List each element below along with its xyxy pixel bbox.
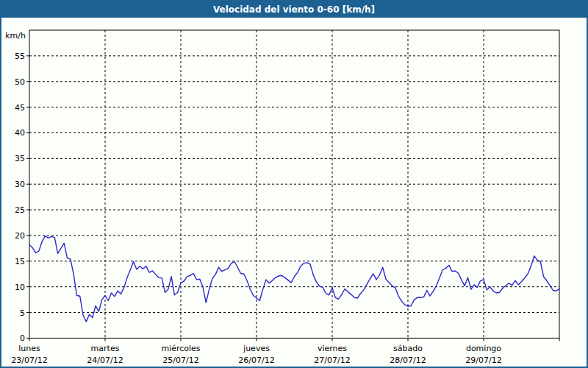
y-tick-label: 10	[15, 283, 25, 292]
y-tick-label: 50	[15, 77, 25, 87]
y-tick-label: 30	[15, 180, 25, 189]
x-day-date-label: 24/07/12	[87, 355, 123, 365]
y-tick-label: 0	[20, 333, 25, 343]
chart-title: Velocidad del viento 0-60 [km/h]	[213, 4, 375, 15]
x-day-date-label: 28/07/12	[390, 355, 426, 365]
x-day-date-label: 29/07/12	[465, 355, 501, 365]
y-tick-label: 20	[15, 231, 25, 241]
y-tick-label: 5	[20, 308, 25, 318]
x-day-date-label: 23/07/12	[11, 355, 47, 365]
x-day-date-label: 26/07/12	[238, 355, 274, 365]
wind-chart-window: Velocidad del viento 0-60 [km/h] 0510152…	[0, 0, 588, 368]
x-day-date-label: 25/07/12	[162, 355, 198, 365]
x-day-name-label: miércoles	[161, 344, 200, 353]
chart-title-bar: Velocidad del viento 0-60 [km/h]	[1, 1, 587, 18]
y-axis-unit-label: km/h	[5, 31, 26, 40]
x-day-name-label: martes	[91, 344, 120, 353]
y-tick-label: 15	[15, 257, 25, 266]
x-day-name-label: domingo	[466, 344, 501, 353]
chart-area: 0510152025303540455055km/hlunes23/07/12m…	[1, 18, 587, 367]
y-tick-label: 25	[15, 205, 25, 215]
wind-speed-line	[29, 236, 559, 322]
x-day-name-label: sábado	[393, 344, 423, 353]
y-tick-label: 55	[15, 52, 25, 61]
wind-speed-line-chart: 0510152025303540455055km/hlunes23/07/12m…	[1, 18, 587, 367]
y-tick-label: 45	[15, 103, 25, 113]
x-day-name-label: jueves	[243, 344, 270, 353]
y-tick-label: 40	[15, 128, 25, 138]
y-tick-label: 35	[15, 154, 25, 163]
x-day-name-label: viernes	[318, 344, 347, 353]
x-day-name-label: lunes	[18, 344, 40, 353]
x-day-date-label: 27/07/12	[314, 355, 350, 365]
